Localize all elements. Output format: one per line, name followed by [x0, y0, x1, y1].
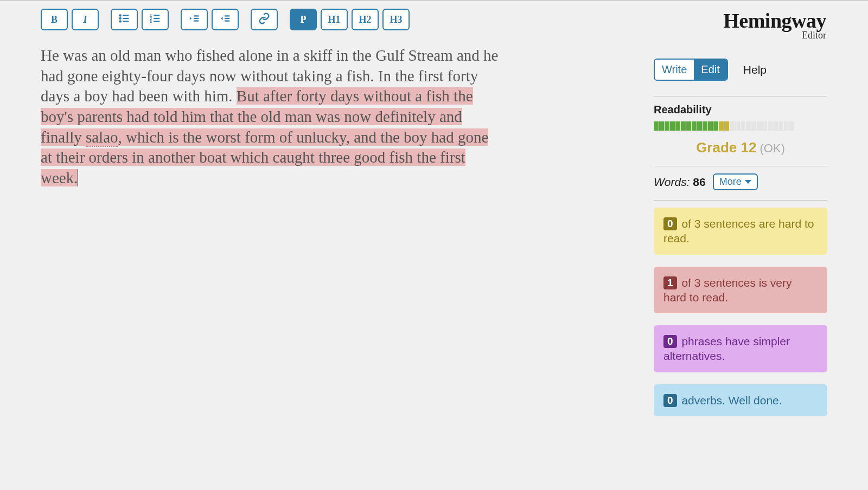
bullet-list-button[interactable] — [111, 9, 138, 30]
app-container: B I 1 — [41, 1, 827, 428]
words-label: Words: 86 — [654, 176, 706, 189]
italic-button[interactable]: I — [72, 9, 99, 30]
meter-tick — [708, 121, 713, 131]
meter-tick — [659, 121, 664, 131]
h2-button[interactable]: H2 — [352, 9, 379, 30]
meter-tick — [686, 121, 691, 131]
logo: Hemingway Editor — [654, 10, 827, 41]
editor-spell-error: salao — [86, 128, 118, 147]
meter-tick — [762, 121, 767, 131]
meter-tick — [675, 121, 680, 131]
indent-icon — [219, 12, 231, 27]
paragraph-button[interactable]: P — [290, 9, 317, 30]
meter-tick — [724, 121, 729, 131]
toolbar: B I 1 — [41, 9, 654, 30]
card-adverbs-count: 0 — [663, 394, 677, 407]
toolbar-group-list: 1 2 3 — [111, 9, 169, 30]
editor-cursor — [78, 169, 78, 186]
divider — [654, 96, 827, 96]
grade-row: Grade 12(OK) — [654, 139, 827, 156]
card-hard-count: 0 — [663, 217, 677, 230]
mode-edit[interactable]: Edit — [694, 60, 726, 80]
meter-tick — [703, 121, 707, 131]
editor-pane: B I 1 — [41, 7, 654, 428]
h1-button[interactable]: H1 — [321, 9, 348, 30]
card-simpler-alternatives: 0 phrases have simpler alternatives. — [654, 325, 827, 372]
bold-button[interactable]: B — [41, 9, 68, 30]
meter-tick — [757, 121, 762, 131]
meter-tick — [789, 121, 794, 131]
divider — [654, 166, 827, 166]
indent-button[interactable] — [212, 9, 239, 30]
chevron-down-icon — [745, 180, 751, 184]
h3-button[interactable]: H3 — [382, 9, 410, 30]
svg-marker-16 — [221, 17, 223, 20]
more-button[interactable]: More — [713, 173, 758, 190]
meter-tick — [730, 121, 735, 131]
brand-name: Hemingway — [654, 10, 826, 31]
meter-tick — [735, 121, 740, 131]
meter-tick — [784, 121, 789, 131]
svg-point-4 — [119, 21, 120, 22]
toolbar-group-link — [251, 9, 278, 30]
meter-tick — [681, 121, 686, 131]
numbered-list-button[interactable]: 1 2 3 — [142, 9, 169, 30]
meter-tick — [719, 121, 724, 131]
toolbar-group-block: P H1 H2 H3 — [290, 9, 410, 30]
readability-meter — [654, 121, 827, 131]
card-veryhard-count: 1 — [663, 276, 677, 289]
mode-toggle: Write Edit — [654, 59, 728, 81]
meter-tick — [746, 121, 751, 131]
grade-ok: (OK) — [760, 141, 784, 155]
link-icon — [258, 12, 270, 27]
sidebar: Hemingway Editor Write Edit Help Readabi… — [654, 7, 827, 428]
toolbar-group-font: B I — [41, 9, 99, 30]
card-adverbs-text: adverbs. Well done. — [679, 394, 782, 407]
mode-row: Write Edit Help — [654, 59, 827, 81]
card-simpler-count: 0 — [663, 335, 677, 348]
words-row: Words: 86 More — [654, 173, 827, 190]
svg-text:3: 3 — [150, 19, 152, 24]
card-adverbs: 0 adverbs. Well done. — [654, 384, 827, 416]
svg-point-2 — [119, 17, 120, 18]
numbered-list-icon: 1 2 3 — [149, 12, 161, 27]
words-label-text: Words: — [654, 176, 693, 188]
card-very-hard-to-read: 1 of 3 sentences is very hard to read. — [654, 267, 827, 314]
card-simpler-text: phrases have simpler alternatives. — [663, 335, 790, 362]
toolbar-group-indent — [181, 9, 239, 30]
mode-write[interactable]: Write — [655, 60, 694, 80]
text-editor[interactable]: He was an old man who fished alone in a … — [41, 46, 499, 189]
card-veryhard-text: of 3 sentences is very hard to read. — [663, 276, 792, 304]
meter-tick — [654, 121, 659, 131]
meter-tick — [741, 121, 745, 131]
readability-label: Readability — [654, 104, 827, 116]
card-hard-text: of 3 sentences are hard to read. — [663, 217, 814, 244]
divider — [654, 200, 827, 201]
link-button[interactable] — [251, 9, 278, 30]
meter-tick — [713, 121, 718, 131]
more-label: More — [719, 176, 742, 188]
words-count: 86 — [693, 176, 705, 188]
meter-tick — [670, 121, 675, 131]
meter-tick — [778, 121, 783, 131]
card-hard-to-read: 0 of 3 sentences are hard to read. — [654, 208, 827, 255]
meter-tick — [751, 121, 756, 131]
outdent-button[interactable] — [181, 9, 208, 30]
meter-tick — [692, 121, 697, 131]
svg-marker-12 — [190, 17, 192, 20]
meter-tick — [773, 121, 778, 131]
grade-value: Grade 12 — [696, 139, 756, 156]
bullet-list-icon — [118, 12, 130, 27]
meter-tick — [665, 121, 669, 131]
svg-point-0 — [119, 15, 120, 16]
meter-tick — [768, 121, 773, 131]
outdent-icon — [188, 12, 200, 27]
meter-tick — [697, 121, 702, 131]
help-link[interactable]: Help — [743, 63, 767, 76]
